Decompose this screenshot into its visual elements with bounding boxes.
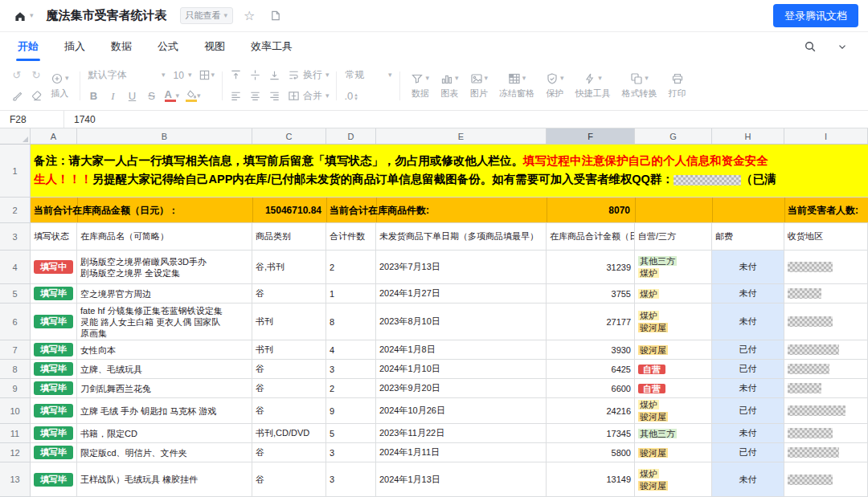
cell-order-date[interactable]: 2024年10月26日 xyxy=(376,398,547,424)
cell-region[interactable] xyxy=(784,424,868,443)
cell-count[interactable]: 9 xyxy=(326,398,376,424)
undo-button[interactable]: ↺ xyxy=(8,67,26,84)
cell-count[interactable]: 3 xyxy=(326,360,376,379)
cell-shipping-fee[interactable]: 未付 xyxy=(712,284,784,303)
cell-amount[interactable]: 6425 xyxy=(547,360,635,379)
cell-count[interactable]: 8 xyxy=(326,303,376,340)
row-number[interactable]: 4 xyxy=(0,251,31,284)
row-number[interactable]: 5 xyxy=(0,284,31,303)
row-number[interactable]: 10 xyxy=(0,398,31,424)
cell-category[interactable]: 谷 xyxy=(252,360,326,379)
cell-category[interactable]: 谷 xyxy=(252,284,326,303)
redo-button[interactable]: ↻ xyxy=(27,67,45,84)
cell-status[interactable]: 填写毕 xyxy=(31,360,77,379)
row-number[interactable]: 12 xyxy=(0,443,31,462)
cell-status[interactable]: 填写毕 xyxy=(31,424,77,443)
cell-vendor[interactable]: 骏河屋 xyxy=(635,443,712,462)
column-header-G[interactable]: G xyxy=(635,128,712,144)
cell-vendor[interactable]: 煤炉骏河屋 xyxy=(635,462,712,497)
row-number[interactable]: 6 xyxy=(0,303,31,340)
cell-category[interactable]: 书刊 xyxy=(252,340,326,360)
cell-category[interactable]: 书刊,CD/DVD xyxy=(252,424,326,443)
cell-shipping-fee[interactable]: 未付 xyxy=(712,303,784,340)
cell-shipping-fee[interactable]: 未付 xyxy=(712,379,784,398)
tab-insert[interactable]: 插入 xyxy=(63,32,87,61)
bolt-button[interactable]: ▾快捷工具 xyxy=(570,66,616,106)
cell-status[interactable]: 填写毕 xyxy=(31,462,77,497)
row-number[interactable]: 8 xyxy=(0,360,31,379)
font-color-button[interactable]: A ▾ xyxy=(162,88,182,105)
convert-button[interactable]: ▾格式转换 xyxy=(616,66,663,106)
copy-document-button[interactable] xyxy=(265,6,285,26)
header-cell-D[interactable]: 合计件数 xyxy=(326,223,376,251)
cell-amount[interactable]: 17345 xyxy=(547,424,635,443)
header-cell-E[interactable]: 未发货商品下单日期（多项商品填最早） xyxy=(376,223,547,251)
home-button[interactable]: ▾ xyxy=(10,6,37,26)
cell-status[interactable]: 填写毕 xyxy=(31,284,77,303)
cell-amount[interactable]: 27177 xyxy=(547,303,635,340)
cell-amount[interactable]: 3755 xyxy=(547,284,635,303)
tab-formula[interactable]: 公式 xyxy=(156,32,180,61)
cell-shipping-fee[interactable]: 未付 xyxy=(712,424,784,443)
cell-region[interactable] xyxy=(784,251,868,284)
cell-status[interactable]: 填写中 xyxy=(31,251,77,284)
cell-count[interactable]: 5 xyxy=(326,424,376,443)
italic-button[interactable]: I xyxy=(104,88,122,105)
cell-vendor[interactable]: 自营 xyxy=(635,360,712,379)
cell-region[interactable] xyxy=(784,360,868,379)
printer-button[interactable]: 打印 xyxy=(663,66,692,106)
cell-order-date[interactable]: 2024年1月13日 xyxy=(376,462,547,497)
cell-amount[interactable]: 3930 xyxy=(547,340,635,360)
align-left-button[interactable] xyxy=(227,88,245,105)
tab-view[interactable]: 视图 xyxy=(203,32,227,61)
cell-category[interactable]: 谷 xyxy=(252,379,326,398)
cell-shipping-fee[interactable]: 未付 xyxy=(712,462,784,497)
column-header-B[interactable]: B xyxy=(77,128,252,144)
select-all-corner[interactable] xyxy=(0,128,31,144)
cell-product-name[interactable]: 剧场版空之境界俯瞰风景3D手办 剧场版空之境界 全设定集 xyxy=(77,251,252,284)
cell-count[interactable]: 1 xyxy=(326,284,376,303)
cell-order-date[interactable]: 2024年1月11日 xyxy=(376,443,547,462)
cell-vendor[interactable]: 煤炉骏河屋 xyxy=(635,398,712,424)
row-number[interactable]: 1 xyxy=(0,145,31,198)
cell-order-date[interactable]: 2023年7月13日 xyxy=(376,251,547,284)
font-family-select[interactable]: 默认字体 ▾ xyxy=(85,67,169,84)
cell-region[interactable] xyxy=(784,379,868,398)
cell-count[interactable]: 3 xyxy=(326,462,376,497)
borders-button[interactable]: ▾ xyxy=(196,67,217,84)
align-center-button[interactable] xyxy=(247,88,264,105)
cell-amount[interactable]: 24216 xyxy=(547,398,635,424)
decimal-places-button[interactable]: .0 ▴▾ xyxy=(342,88,359,105)
row-number[interactable]: 9 xyxy=(0,379,31,398)
login-button[interactable]: 登录腾讯文档 xyxy=(773,4,858,27)
column-header-D[interactable]: D xyxy=(326,128,376,144)
cell-count[interactable]: 2 xyxy=(326,251,376,284)
cell-category[interactable]: 书刊 xyxy=(252,303,326,340)
cell-order-date[interactable]: 2024年1月27日 xyxy=(376,284,547,303)
header-cell-C[interactable]: 商品类别 xyxy=(252,223,326,251)
cell-order-date[interactable]: 2024年1月10日 xyxy=(376,360,547,379)
cell-vendor[interactable]: 煤炉 xyxy=(635,284,712,303)
cell-product-name[interactable]: 立牌 毛绒 手办 钥匙扣 马克杯 游戏 xyxy=(77,398,252,424)
column-header-I[interactable]: I xyxy=(784,128,868,144)
row-number[interactable]: 13 xyxy=(0,462,31,497)
cell-vendor[interactable]: 骏河屋 xyxy=(635,340,712,360)
cell-order-date[interactable]: 2024年1月8日 xyxy=(376,340,547,360)
bold-button[interactable]: B xyxy=(85,88,103,105)
cell-region[interactable] xyxy=(784,443,868,462)
vertical-align-top-button[interactable] xyxy=(227,67,245,84)
cell-shipping-fee[interactable]: 已付 xyxy=(712,360,784,379)
tab-data[interactable]: 数据 xyxy=(109,32,133,61)
permission-badge[interactable]: 只能查看 ▾ xyxy=(180,7,234,24)
cell-product-name[interactable]: fate hf 分镜集修正集苍蓝钢铁设定集 灵能 路人女主白箱 更衣人偶 国家队… xyxy=(77,303,252,340)
cell-amount[interactable]: 6600 xyxy=(547,379,635,398)
cell-shipping-fee[interactable]: 未付 xyxy=(712,251,784,284)
tab-home[interactable]: 开始 xyxy=(16,32,40,61)
tab-efficiency[interactable]: 效率工具 xyxy=(249,32,294,61)
cell-status[interactable]: 填写毕 xyxy=(31,379,77,398)
cell-order-date[interactable]: 2023年8月10日 xyxy=(376,303,547,340)
underline-button[interactable]: U xyxy=(124,88,141,105)
cell-status[interactable]: 填写毕 xyxy=(31,443,77,462)
header-cell-A[interactable]: 填写状态 xyxy=(31,223,77,251)
star-button[interactable]: ☆ xyxy=(240,6,259,26)
